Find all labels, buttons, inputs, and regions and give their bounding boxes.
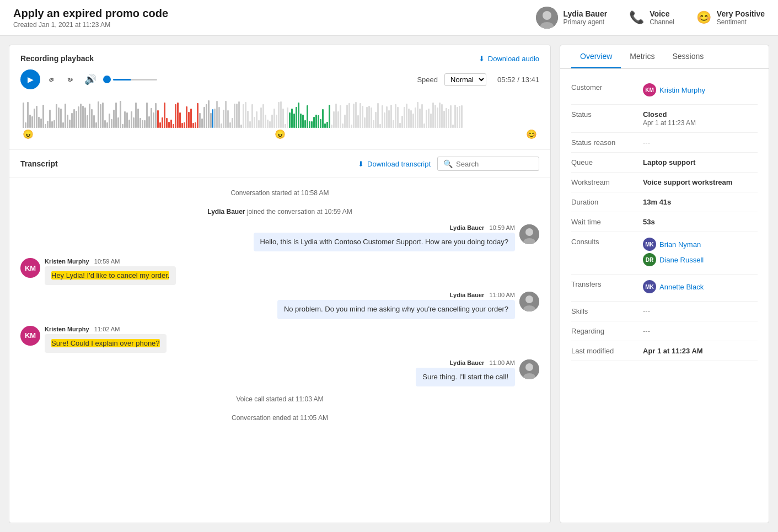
queue-label: Queue — [571, 158, 643, 166]
status-row: Status ClosedApr 1 at 11:23 AM — [571, 105, 758, 133]
transcript-search-box[interactable]: 🔍 — [437, 157, 539, 171]
channel-meta: 📞 Voice Channel — [629, 9, 674, 26]
main-content: Recording playback ⬇ Download audio ▶ ↺1… — [0, 36, 778, 532]
transfers-row: Transfers MKAnnette Black — [571, 275, 758, 302]
waveform: 😠 😠 😊 — [20, 95, 539, 141]
customer-row: Customer KM Kristin Murphy — [571, 78, 758, 105]
transfer-link[interactable]: MKAnnette Black — [643, 280, 758, 293]
search-input[interactable] — [456, 160, 533, 168]
messages-container: Conversation started at 10:58 AMLydia Ba… — [9, 178, 550, 523]
play-button[interactable]: ▶ — [20, 69, 40, 89]
current-time: 05:52 — [497, 76, 516, 84]
channel-info: Voice Channel — [650, 9, 674, 26]
transfer-name: Annette Black — [659, 283, 704, 291]
workstream-value: Voice support workstream — [643, 178, 758, 186]
customer-message: KM Kristen Murphy 10:59 AM Hey Lydia! I'… — [20, 258, 539, 285]
message-bubble: Sure thing. I'll start the call! — [416, 368, 515, 386]
message-meta: Lydia Bauer 11:00 AM — [416, 359, 515, 366]
consult-avatar: MK — [643, 238, 656, 251]
status-label: Status — [571, 110, 643, 119]
customer-link[interactable]: KM Kristin Murphy — [643, 83, 758, 96]
consult-link[interactable]: DRDiane Russell — [643, 253, 758, 266]
sentiment-value: Very Positive — [717, 9, 765, 18]
tabs-bar: Overview Metrics Sessions — [560, 45, 769, 69]
volume-icon: 🔊 — [84, 73, 96, 85]
consult-link[interactable]: MKBrian Nyman — [643, 238, 758, 251]
volume-slider[interactable] — [103, 76, 157, 83]
workstream-row: Workstream Voice support workstream — [571, 173, 758, 192]
svg-point-11 — [525, 295, 533, 303]
tab-overview[interactable]: Overview — [571, 45, 621, 68]
download-audio-label: Download audio — [488, 55, 539, 63]
skills-value: --- — [643, 307, 758, 315]
wait-time-value: 53s — [643, 218, 758, 226]
message-bubble: Sure! Could I explain over phone? — [45, 334, 167, 353]
playback-controls: ▶ ↺15 ↻30 🔊 Speed Normal 0.5 — [20, 69, 539, 89]
message-bubble: Hey Lydia! I'd like to cancel my order. — [45, 266, 176, 285]
queue-row: Queue Laptop support — [571, 153, 758, 173]
waveform-bars — [20, 95, 539, 128]
forward-30-button[interactable]: ↻30 — [66, 73, 78, 85]
rewind-15-button[interactable]: ↺15 — [47, 73, 59, 85]
transcript-actions: ⬇ Download transcript 🔍 — [358, 157, 539, 171]
customer-name: Kristin Murphy — [659, 86, 705, 94]
message-content: Lydia Bauer 10:59 AM Hello, this is Lydi… — [254, 224, 515, 251]
message-content: Kristen Murphy 11:02 AM Sure! Could I ex… — [45, 326, 167, 353]
wait-time-label: Wait time — [571, 218, 643, 226]
svg-point-1 — [543, 11, 551, 20]
message-bubble: No problem. Do you mind me asking why yo… — [277, 300, 515, 319]
time-display: 05:52 / 13:41 — [497, 76, 539, 84]
agent-avatar — [519, 224, 539, 244]
transfers-value: MKAnnette Black — [643, 280, 758, 295]
status-value: ClosedApr 1 at 11:23 AM — [643, 110, 758, 127]
transcript-title: Transcript — [20, 159, 58, 168]
skills-row: Skills --- — [571, 302, 758, 321]
recording-playback: Recording playback ⬇ Download audio ▶ ↺1… — [9, 45, 550, 150]
highlighted-text: Sure! Could I explain over phone? — [51, 339, 160, 347]
waveform-emotions: 😠 😠 😊 — [20, 128, 539, 141]
sender-name: Kristen Murphy — [45, 258, 89, 265]
message-meta: Lydia Bauer 10:59 AM — [254, 224, 515, 231]
playback-title: Recording playback — [20, 54, 94, 63]
download-transcript-button[interactable]: ⬇ Download transcript — [358, 160, 431, 168]
message-time: 11:02 AM — [91, 326, 120, 332]
tab-metrics[interactable]: Metrics — [621, 45, 663, 68]
duration-row: Duration 13m 41s — [571, 192, 758, 212]
speed-label: Speed — [417, 76, 438, 84]
message-bubble: Hello, this is Lydia with Contoso Custom… — [254, 233, 515, 251]
customer-avatar: KM — [20, 326, 40, 346]
sender-name: Lydia Bauer — [450, 359, 485, 366]
tab-sessions[interactable]: Sessions — [663, 45, 712, 68]
svg-text:15: 15 — [50, 78, 54, 82]
header-left: Apply an expired promo code Created Jan … — [13, 7, 168, 29]
sender-name: Lydia Bauer — [450, 292, 485, 298]
queue-value: Laptop support — [643, 158, 758, 166]
emotion-negative-mid: 😠 — [275, 129, 286, 139]
workstream-label: Workstream — [571, 178, 643, 186]
wait-time-row: Wait time 53s — [571, 212, 758, 232]
customer-avatar: KM — [20, 258, 40, 278]
customer-avatar: KM — [643, 83, 656, 96]
sender-name: Kristen Murphy — [45, 326, 89, 332]
agent-meta: Lydia Bauer Primary agent — [536, 7, 608, 29]
status-date: Apr 1 at 11:23 AM — [643, 119, 696, 127]
total-time: 13:41 — [521, 76, 539, 84]
message-time: 10:59 AM — [486, 224, 515, 231]
status-reason-row: Status reason --- — [571, 133, 758, 153]
message-meta: Lydia Bauer 11:00 AM — [277, 292, 515, 298]
agent-avatar — [519, 292, 539, 311]
speed-select[interactable]: Normal 0.5x 0.75x 1.25x 1.5x 2x — [444, 73, 486, 86]
download-audio-button[interactable]: ⬇ Download audio — [479, 55, 539, 63]
message-content: Lydia Bauer 11:00 AM No problem. Do you … — [277, 292, 515, 319]
agent-avatar — [519, 359, 539, 379]
system-message: Voice call started at 11:03 AM — [20, 395, 539, 403]
svg-point-14 — [525, 363, 533, 371]
consult-avatar: DR — [643, 253, 656, 266]
playback-header: Recording playback ⬇ Download audio — [20, 54, 539, 63]
page-title: Apply an expired promo code — [13, 7, 168, 20]
channel-name: Voice — [650, 9, 674, 18]
system-message: Conversation started at 10:58 AM — [20, 189, 539, 197]
duration-value: 13m 41s — [643, 198, 758, 206]
agent-role: Primary agent — [564, 18, 608, 26]
tab-overview-content: Customer KM Kristin Murphy Status Closed… — [560, 69, 769, 523]
